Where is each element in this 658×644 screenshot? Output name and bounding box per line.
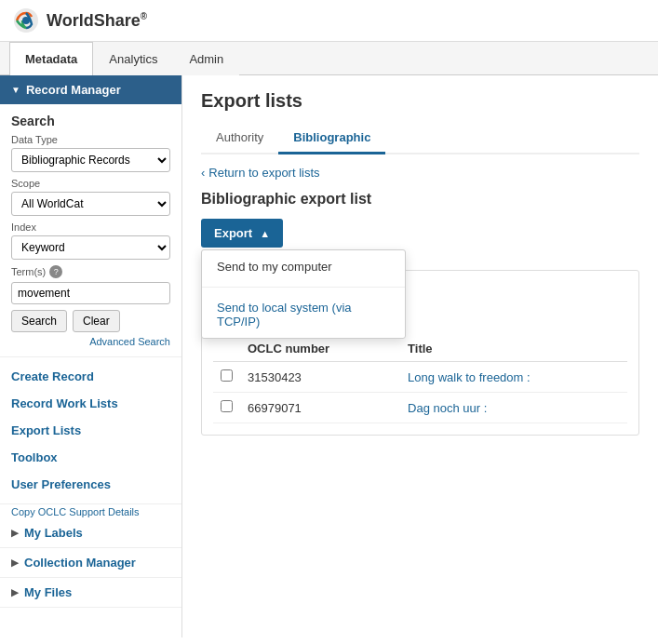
search-buttons: Search Clear — [11, 310, 170, 332]
dropdown-send-to-computer[interactable]: Send to my computer — [202, 250, 405, 283]
search-section: Search Data Type Bibliographic Records A… — [0, 104, 181, 357]
tab-authority[interactable]: Authority — [201, 123, 278, 154]
header: WorldShare® — [0, 0, 658, 42]
sidebar-record-manager-label: Record Manager — [26, 83, 121, 97]
terms-row: Term(s) ? — [11, 265, 170, 278]
col-checkbox — [213, 336, 240, 362]
data-type-select[interactable]: Bibliographic Records Authority Records — [11, 148, 170, 172]
row2-checkbox[interactable] — [221, 400, 233, 412]
col-title: Title — [400, 336, 627, 362]
tab-analytics[interactable]: Analytics — [93, 42, 173, 75]
row1-oclc: 31530423 — [240, 362, 400, 393]
worldshare-logo-icon — [13, 7, 39, 34]
index-label: Index — [11, 221, 170, 233]
sidebar-arrow-icon: ▼ — [11, 85, 20, 95]
my-labels-label: My Labels — [24, 526, 83, 540]
nav-links: Create Record Record Work Lists Export L… — [0, 357, 181, 504]
collection-manager-label: Collection Manager — [24, 556, 136, 570]
svg-point-1 — [22, 17, 30, 24]
export-button-label: Export — [214, 226, 252, 240]
sidebar-record-manager-header[interactable]: ▼ Record Manager — [0, 75, 181, 104]
table-row: 66979071 Dag noch uur : — [213, 393, 627, 423]
row2-title[interactable]: Dag noch uur : — [400, 393, 627, 423]
export-container: Export ▲ Send to my computer Send to loc… — [201, 219, 283, 248]
table-row: 31530423 Long walk to freedom : — [213, 362, 627, 393]
advanced-search-link[interactable]: Advanced Search — [11, 336, 170, 347]
search-button[interactable]: Search — [11, 310, 67, 332]
content-tabs: Authority Bibliographic — [201, 123, 639, 154]
search-title: Search — [11, 114, 170, 128]
row2-checkbox-cell — [213, 393, 240, 423]
dropdown-send-to-local[interactable]: Send to local system (via TCP/IP) — [202, 291, 405, 338]
sidebar-collection-manager: ▶ Collection Manager — [0, 548, 181, 578]
export-dropdown: Send to my computer Send to local system… — [201, 249, 406, 339]
sidebar-my-files: ▶ My Files — [0, 578, 181, 608]
collection-manager-header[interactable]: ▶ Collection Manager — [0, 548, 181, 577]
main-content: Export lists Authority Bibliographic ‹ R… — [182, 75, 658, 637]
my-files-triangle-icon: ▶ — [11, 587, 19, 597]
tab-metadata[interactable]: Metadata — [9, 42, 93, 75]
logo-text: WorldShare® — [47, 11, 147, 31]
col-oclc-number: OCLC number — [240, 336, 400, 362]
table-header-row: OCLC number Title — [213, 336, 627, 362]
tabs-bar: Metadata Analytics Admin — [0, 42, 658, 75]
section-title: Bibliographic export list — [201, 191, 639, 208]
nav-toolbox[interactable]: Toolbox — [0, 444, 181, 471]
my-files-header[interactable]: ▶ My Files — [0, 578, 181, 607]
row1-checkbox[interactable] — [221, 369, 233, 382]
nav-user-preferences[interactable]: User Preferences — [0, 471, 181, 498]
scope-label: Scope — [11, 178, 170, 189]
scope-select[interactable]: All WorldCat My Library — [11, 192, 170, 216]
row1-checkbox-cell — [213, 362, 240, 393]
row1-title[interactable]: Long walk to freedom : — [400, 362, 627, 393]
row2-oclc: 66979071 — [240, 393, 400, 423]
nav-create-record[interactable]: Create Record — [0, 363, 181, 390]
clear-button[interactable]: Clear — [73, 310, 120, 332]
back-link-text: Return to export lists — [208, 166, 319, 180]
nav-export-lists[interactable]: Export Lists — [0, 417, 181, 444]
page-title: Export lists — [201, 90, 639, 112]
records-table: OCLC number Title 31530423 Long walk to … — [213, 336, 627, 423]
data-type-label: Data Type — [11, 134, 170, 145]
dropdown-divider — [202, 287, 405, 288]
my-labels-triangle-icon: ▶ — [11, 528, 19, 538]
export-caret-icon: ▲ — [260, 228, 270, 239]
main-layout: ▼ Record Manager Search Data Type Biblio… — [0, 75, 658, 637]
back-chevron-icon: ‹ — [201, 166, 205, 180]
nav-record-work-lists[interactable]: Record Work Lists — [0, 390, 181, 417]
back-link[interactable]: ‹ Return to export lists — [201, 166, 320, 180]
sidebar: ▼ Record Manager Search Data Type Biblio… — [0, 75, 182, 637]
tab-admin[interactable]: Admin — [173, 42, 239, 75]
logo-area: WorldShare® — [13, 7, 147, 34]
my-files-label: My Files — [24, 585, 72, 599]
search-input[interactable] — [11, 282, 170, 304]
export-button[interactable]: Export ▲ — [201, 219, 283, 248]
help-icon[interactable]: ? — [49, 265, 62, 278]
terms-label: Term(s) — [11, 266, 46, 277]
collection-manager-triangle-icon: ▶ — [11, 557, 19, 568]
copy-oclc-link[interactable]: Copy OCLC Support Details — [0, 504, 151, 525]
tab-bibliographic[interactable]: Bibliographic — [278, 123, 385, 154]
index-select[interactable]: Keyword Title Author Subject — [11, 235, 170, 260]
